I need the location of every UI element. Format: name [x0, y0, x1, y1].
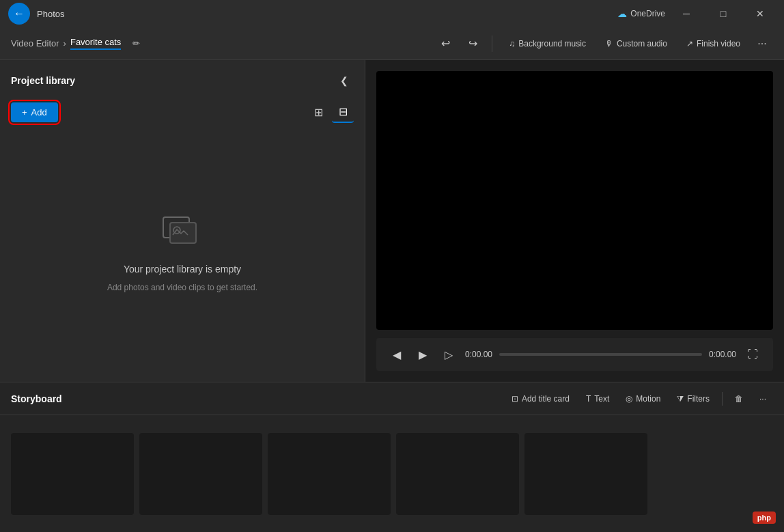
next-frame-button[interactable]: ▷ [439, 345, 458, 364]
panel-collapse-button[interactable]: ❮ [335, 71, 354, 90]
title-bar-right: ☁ OneDrive ─ □ ✕ [617, 0, 776, 27]
onedrive-label: OneDrive [630, 9, 665, 18]
back-button[interactable]: ← [8, 3, 30, 25]
add-label: Add [31, 107, 47, 117]
progress-bar[interactable] [499, 353, 702, 356]
current-time: 0:00.00 [465, 350, 492, 359]
grid-view-button[interactable]: ⊞ [307, 101, 329, 123]
breadcrumb-current: Favorite cats [70, 37, 121, 50]
onedrive-indicator: ☁ OneDrive [617, 8, 665, 19]
delete-clip-button[interactable]: 🗑 [728, 391, 750, 407]
empty-subtitle: Add photos and video clips to get starte… [107, 283, 257, 292]
empty-title: Your project library is empty [124, 264, 241, 275]
title-card-icon: ⊡ [512, 394, 518, 404]
storyboard-divider [722, 392, 723, 406]
storyboard-panel: Storyboard ⊡ Add title card T Text ◎ Mot… [0, 382, 784, 532]
storyboard-more-button[interactable]: ··· [753, 391, 773, 407]
preview-panel: ◀ ▶ ▷ 0:00.00 0:00.00 ⛶ [365, 60, 784, 382]
app-title: Photos [37, 9, 64, 19]
storyboard-actions: ⊡ Add title card T Text ◎ Motion ⧩ Filte… [505, 391, 773, 407]
storyboard-clip-3[interactable] [268, 433, 391, 515]
breadcrumb-separator: › [64, 38, 66, 48]
empty-state: Your project library is empty Add photos… [11, 131, 354, 371]
breadcrumb-parent[interactable]: Video Editor [11, 38, 59, 48]
add-title-card-button[interactable]: ⊡ Add title card [505, 391, 576, 407]
audio-icon: 🎙 [605, 39, 613, 48]
breadcrumb: Video Editor › Favorite cats ✏ [11, 33, 147, 55]
storyboard-clip-2[interactable] [139, 433, 262, 515]
video-preview [376, 71, 773, 330]
main-content: Project library ❮ + Add ⊞ ⊟ [0, 60, 784, 382]
panel-title: Project library [11, 75, 75, 86]
previous-frame-button[interactable]: ◀ [387, 345, 406, 364]
storyboard-clip-1[interactable] [11, 433, 134, 515]
total-time: 0:00.00 [709, 350, 736, 359]
storyboard-clip-5[interactable] [524, 433, 647, 515]
add-media-button[interactable]: + Add [11, 102, 58, 122]
undo-button[interactable]: ↩ [434, 33, 456, 55]
library-toolbar: + Add ⊞ ⊟ [11, 101, 354, 123]
video-controls: ◀ ▶ ▷ 0:00.00 0:00.00 ⛶ [376, 338, 773, 371]
edit-title-button[interactable]: ✏ [125, 33, 147, 55]
undo-redo-group: ↩ ↪ [434, 33, 484, 55]
more-options-button[interactable]: ··· [751, 33, 773, 55]
project-library-panel: Project library ❮ + Add ⊞ ⊟ [0, 60, 365, 382]
title-bar: ← Photos ☁ OneDrive ─ □ ✕ [0, 0, 784, 27]
redo-button[interactable]: ↪ [462, 33, 484, 55]
toolbar: Video Editor › Favorite cats ✏ ↩ ↪ ♫ Bac… [0, 27, 784, 60]
text-button[interactable]: T Text [579, 391, 616, 407]
motion-button[interactable]: ◎ Motion [619, 391, 667, 407]
grid-icon: ⊞ [314, 106, 323, 119]
background-music-button[interactable]: ♫ Background music [501, 35, 594, 53]
text-icon: T [586, 394, 591, 404]
export-icon: ↗ [686, 39, 693, 48]
list-view-button[interactable]: ⊟ [332, 101, 354, 123]
storyboard-clip-4[interactable] [396, 433, 519, 515]
empty-library-icon [162, 210, 203, 255]
fullscreen-button[interactable]: ⛶ [743, 345, 762, 364]
storyboard-header: Storyboard ⊡ Add title card T Text ◎ Mot… [0, 382, 784, 415]
cloud-icon: ☁ [617, 8, 627, 19]
list-icon: ⊟ [339, 105, 348, 118]
finish-video-button[interactable]: ↗ Finish video [678, 35, 748, 53]
storyboard-title: Storyboard [11, 393, 62, 404]
filters-icon: ⧩ [677, 394, 684, 404]
title-bar-left: ← Photos [8, 3, 64, 25]
filters-button[interactable]: ⧩ Filters [670, 391, 716, 407]
add-icon: + [22, 107, 27, 117]
delete-icon: 🗑 [735, 394, 743, 404]
music-icon: ♫ [509, 39, 515, 48]
view-toggle: ⊞ ⊟ [307, 101, 354, 123]
toolbar-actions: ♫ Background music 🎙 Custom audio ↗ Fini… [501, 33, 773, 55]
maximize-button[interactable]: □ [708, 0, 739, 27]
php-badge: php [753, 512, 776, 524]
close-button[interactable]: ✕ [744, 0, 776, 27]
panel-header: Project library ❮ [11, 71, 354, 90]
motion-icon: ◎ [626, 394, 632, 404]
custom-audio-button[interactable]: 🎙 Custom audio [597, 35, 675, 53]
toolbar-divider-1 [492, 36, 492, 52]
minimize-button[interactable]: ─ [671, 0, 702, 27]
storyboard-content [0, 415, 784, 532]
play-pause-button[interactable]: ▶ [413, 345, 432, 364]
